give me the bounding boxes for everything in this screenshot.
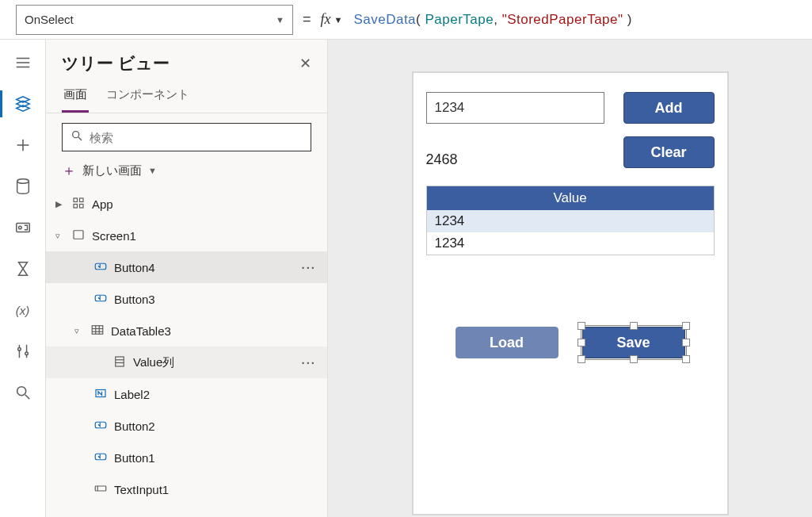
label2-control: 2468 — [426, 151, 458, 168]
property-dropdown[interactable]: OnSelect ▼ — [16, 5, 293, 35]
new-screen-label: 新しい画面 — [82, 163, 142, 178]
tree-item-label2[interactable]: Label2 — [46, 378, 327, 410]
chevron-down-icon[interactable]: ▿ — [74, 326, 84, 336]
resize-handle[interactable] — [682, 322, 690, 330]
formula-string: "StoredPaperTape" — [502, 12, 623, 27]
datatable-row[interactable]: 1234 — [427, 232, 714, 255]
tab-components[interactable]: コンポーネント — [105, 81, 191, 113]
datatable3-control[interactable]: Value 1234 1234 — [426, 186, 715, 255]
screen-icon — [71, 228, 86, 244]
tree-item-label: Button3 — [114, 293, 155, 306]
insert-icon[interactable] — [14, 136, 32, 154]
tree-item-screen1[interactable]: ▿ Screen1 — [46, 220, 327, 251]
svg-rect-23 — [92, 325, 103, 334]
tree-view-icon[interactable] — [14, 95, 32, 113]
canvas-area[interactable]: 1234 Add 2468 Clear Value 1234 1234 Loa — [328, 40, 812, 517]
resize-handle[interactable] — [578, 355, 585, 363]
svg-rect-33 — [95, 454, 106, 460]
clear-button-label: Clear — [650, 144, 686, 161]
formula-ident: PaperTape — [425, 12, 494, 27]
tree-item-textinput1[interactable]: TextInput1 — [46, 473, 327, 505]
tools-icon[interactable] — [14, 343, 32, 360]
formula-bar[interactable]: SaveData( PaperTape, "StoredPaperTape" ) — [353, 11, 632, 28]
hamburger-icon[interactable] — [14, 54, 32, 71]
tree-item-button3[interactable]: Button3 — [46, 283, 327, 315]
svg-rect-19 — [80, 204, 84, 208]
equals-sign: = — [303, 11, 311, 28]
save-button[interactable]: Save — [582, 327, 685, 358]
app-icon — [71, 196, 86, 213]
add-button[interactable]: Add — [623, 92, 715, 124]
media-icon[interactable] — [14, 219, 32, 236]
button-icon — [93, 418, 108, 435]
resize-handle[interactable] — [630, 355, 638, 363]
tree-item-label: DataTable3 — [111, 324, 171, 338]
svg-rect-28 — [116, 357, 124, 366]
svg-point-9 — [17, 347, 21, 350]
close-icon[interactable]: ✕ — [299, 55, 311, 72]
svg-point-12 — [17, 387, 25, 396]
formula-fn: SaveData — [353, 12, 416, 27]
resize-handle[interactable] — [682, 339, 690, 347]
variables-icon[interactable]: (x) — [14, 301, 32, 319]
tree-item-label: Button4 — [114, 261, 155, 274]
svg-rect-22 — [95, 295, 106, 301]
tab-screens[interactable]: 画面 — [62, 81, 89, 113]
resize-handle[interactable] — [578, 322, 585, 330]
more-icon[interactable]: ··· — [301, 261, 316, 274]
tree-item-label: Button1 — [114, 451, 155, 465]
tree-item-label: Value列 — [133, 355, 174, 370]
button-icon — [93, 259, 108, 276]
textinput1-control[interactable]: 1234 — [426, 92, 604, 124]
tree-search-box[interactable] — [62, 123, 311, 151]
tree-item-datatable3[interactable]: ▿ DataTable3 — [46, 315, 327, 347]
clear-button[interactable]: Clear — [623, 136, 715, 168]
svg-rect-34 — [95, 486, 106, 491]
svg-rect-20 — [74, 230, 83, 239]
tree-view-pane: ツリー ビュー ✕ 画面 コンポーネント ＋ 新しい画面 ▼ ▶ App ▿ — [46, 40, 328, 517]
tree-item-app[interactable]: ▶ App — [46, 188, 327, 220]
data-icon[interactable] — [14, 178, 32, 195]
resize-handle[interactable] — [630, 322, 638, 330]
svg-point-14 — [73, 132, 79, 138]
resize-handle[interactable] — [682, 355, 690, 363]
textinput-icon — [93, 481, 108, 498]
svg-rect-17 — [80, 198, 84, 202]
tree-item-button1[interactable]: Button1 — [46, 442, 327, 473]
load-button-label: Load — [490, 335, 524, 351]
column-icon — [112, 354, 127, 371]
powerfx-icon[interactable] — [14, 260, 32, 278]
new-screen-button[interactable]: ＋ 新しい画面 ▼ — [46, 156, 327, 188]
svg-rect-32 — [95, 422, 106, 428]
svg-rect-18 — [74, 204, 78, 208]
screen-canvas[interactable]: 1234 Add 2468 Clear Value 1234 1234 Loa — [412, 71, 729, 515]
tree-item-valuecol[interactable]: Value列 ··· — [46, 347, 327, 378]
label-icon — [93, 386, 108, 403]
chevron-right-icon[interactable]: ▶ — [55, 199, 65, 209]
save-button-selected[interactable]: Save — [582, 327, 685, 358]
chevron-down-icon: ▼ — [276, 15, 284, 25]
svg-point-5 — [17, 179, 29, 184]
button-icon — [93, 450, 108, 466]
svg-rect-21 — [95, 263, 106, 270]
fx-label[interactable]: fx — [321, 11, 331, 28]
resize-handle[interactable] — [578, 339, 585, 347]
chevron-down-icon: ▼ — [148, 166, 157, 175]
more-icon[interactable]: ··· — [301, 356, 316, 370]
datatable-icon — [90, 323, 105, 339]
tree-item-button4[interactable]: Button4 ··· — [46, 251, 327, 283]
left-rail: (x) — [0, 40, 46, 517]
svg-point-7 — [18, 226, 21, 229]
svg-line-15 — [78, 137, 82, 140]
textinput1-value: 1234 — [435, 100, 465, 116]
plus-icon: ＋ — [62, 161, 76, 180]
chevron-down-icon[interactable]: ▼ — [334, 15, 343, 25]
datatable-row[interactable]: 1234 — [427, 210, 714, 232]
tree-search-input[interactable] — [90, 131, 303, 144]
property-dropdown-value: OnSelect — [25, 13, 74, 26]
search-icon[interactable] — [14, 384, 32, 401]
tree-item-label: TextInput1 — [114, 483, 169, 496]
load-button[interactable]: Load — [456, 327, 558, 358]
tree-item-button2[interactable]: Button2 — [46, 410, 327, 442]
chevron-down-icon[interactable]: ▿ — [55, 231, 65, 241]
